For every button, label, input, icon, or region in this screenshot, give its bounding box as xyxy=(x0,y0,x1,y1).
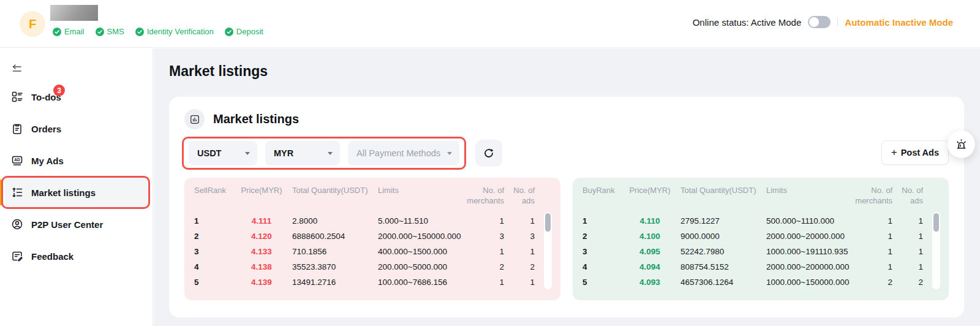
sidebar-item-label: P2P User Center xyxy=(31,219,103,230)
annotation-filter-box: USDT MYR All Payment Methods xyxy=(182,137,466,170)
cell: 1 xyxy=(194,216,231,226)
orders-icon xyxy=(11,123,23,135)
cell: 1 xyxy=(853,216,892,226)
cell: 5 xyxy=(582,278,619,287)
sidebar-item-p2p-user-center[interactable]: P2P User Center xyxy=(5,208,148,240)
cell: 200.000~5000.000 xyxy=(378,262,465,271)
cell: 1 xyxy=(504,216,535,226)
sidebar-item-orders[interactable]: Orders xyxy=(5,113,148,145)
badge-deposit: Deposit xyxy=(225,27,263,36)
cell: 500.000~1110.000 xyxy=(766,216,853,226)
sidebar-item-label: Feedback xyxy=(31,251,74,262)
buy-table-panel: BuyRankPrice(MYR)Total Quantity(USDT)Lim… xyxy=(573,178,949,300)
cell: 4 xyxy=(194,262,231,271)
post-ads-button[interactable]: + Post Ads xyxy=(881,140,949,165)
cell: 1 xyxy=(504,247,535,256)
sidebar-item-label: Orders xyxy=(31,124,61,134)
todos-count-badge: 3 xyxy=(53,85,65,96)
payment-method-select[interactable]: All Payment Methods xyxy=(348,141,459,165)
alert-fab[interactable] xyxy=(948,131,975,158)
cell: 9000.0000 xyxy=(680,232,766,241)
price-cell: 4.111 xyxy=(231,216,292,226)
cell: 2 xyxy=(892,278,923,287)
table-row: 14.1102795.1227500.000~1110.00011 xyxy=(582,213,939,229)
table-row: 44.094808754.51522000.000~200000.00011 xyxy=(582,259,939,275)
badge-label: Email xyxy=(64,27,85,36)
cell: 2.8000 xyxy=(292,216,378,226)
sell-table-panel: SellRankPrice(MYR)Total Quantity(USDT)Li… xyxy=(184,178,560,300)
column-header: No. of ads xyxy=(504,185,535,206)
cell: 1 xyxy=(465,247,504,256)
table-row: 44.13835523.3870200.000~5000.00022 xyxy=(194,259,551,275)
plus-icon: + xyxy=(891,146,897,159)
my-ads-icon: AD xyxy=(11,154,23,167)
buy-table-scrollbar xyxy=(932,212,940,289)
cell: 1 xyxy=(465,278,504,287)
cell: 1000.000~191110.935 xyxy=(766,247,853,256)
sidebar-item-market-listings[interactable]: Market listings xyxy=(5,176,148,208)
column-header: Limits xyxy=(378,185,465,195)
chevron-down-icon xyxy=(447,152,452,155)
sidebar-menu: To-dos 3 Orders AD My Ads xyxy=(5,81,148,272)
card-header: Market listings xyxy=(184,109,949,129)
table-row: 14.1112.80005.000~11.51011 xyxy=(194,213,551,229)
collapse-sidebar-icon[interactable] xyxy=(10,63,23,75)
buy-table-header: BuyRankPrice(MYR)Total Quantity(USDT)Lim… xyxy=(582,185,939,210)
cell: 1 xyxy=(892,262,923,271)
coin-select-value: USDT xyxy=(197,148,221,158)
column-header: Price(MYR) xyxy=(231,185,292,195)
automatic-inactive-mode-link[interactable]: Automatic Inactive Mode xyxy=(845,17,953,28)
online-status-toggle[interactable] xyxy=(808,16,831,28)
cell: 2 xyxy=(194,232,231,241)
chevron-down-icon xyxy=(245,152,250,155)
refresh-button[interactable] xyxy=(475,140,502,167)
price-cell: 4.138 xyxy=(231,262,292,271)
cell: 1 xyxy=(853,247,892,256)
active-indicator-bar xyxy=(0,180,3,205)
cell: 1 xyxy=(853,232,892,241)
page-title: Market listings xyxy=(169,63,268,80)
scrollbar-thumb[interactable] xyxy=(933,213,939,232)
cell: 2000.000~200000.000 xyxy=(766,262,853,271)
scrollbar-thumb[interactable] xyxy=(545,213,551,232)
cell: 4657306.1264 xyxy=(680,278,766,287)
avatar[interactable]: F xyxy=(20,11,45,37)
fiat-select[interactable]: MYR xyxy=(265,141,340,165)
cell: 2 xyxy=(853,278,892,287)
market-listings-icon xyxy=(11,186,23,199)
siren-icon xyxy=(954,137,968,151)
column-header: Limits xyxy=(766,185,853,195)
sidebar-item-label: My Ads xyxy=(31,156,64,166)
svg-text:AD: AD xyxy=(14,157,20,162)
order-book-tables: SellRankPrice(MYR)Total Quantity(USDT)Li… xyxy=(184,178,949,300)
chart-icon xyxy=(184,109,205,129)
check-icon xyxy=(96,28,104,36)
cell: 5 xyxy=(194,278,231,287)
market-listings-card: Market listings USDT MYR All Payment Met… xyxy=(169,97,964,317)
cell: 5.000~11.510 xyxy=(378,216,465,226)
main-content: Market listings Market listings USDT MYR xyxy=(154,48,980,326)
check-icon xyxy=(225,28,233,36)
cell: 1 xyxy=(582,216,619,226)
cell: 35523.3870 xyxy=(292,262,378,271)
todos-icon xyxy=(11,91,23,103)
cell: 400.000~1500.000 xyxy=(378,247,465,256)
card-title: Market listings xyxy=(213,112,299,126)
chevron-down-icon xyxy=(328,152,333,155)
verification-badges: Email SMS Identity Verification Deposit xyxy=(53,27,263,36)
toggle-knob xyxy=(809,17,819,27)
price-cell: 4.133 xyxy=(231,247,292,256)
buy-table-body: 14.1102795.1227500.000~1110.0001124.1009… xyxy=(582,213,939,290)
cell: 2 xyxy=(504,262,535,271)
table-row: 54.13913491.2716100.000~7686.15611 xyxy=(194,275,551,290)
sell-table-header: SellRankPrice(MYR)Total Quantity(USDT)Li… xyxy=(194,185,551,210)
sidebar-item-todos[interactable]: To-dos 3 xyxy=(5,81,148,113)
sidebar: To-dos 3 Orders AD My Ads xyxy=(0,48,153,326)
coin-select[interactable]: USDT xyxy=(189,141,257,165)
badge-identity-verification: Identity Verification xyxy=(135,27,214,36)
cell: 52242.7980 xyxy=(680,247,766,256)
sidebar-item-my-ads[interactable]: AD My Ads xyxy=(5,145,148,176)
sidebar-item-feedback[interactable]: Feedback xyxy=(5,240,148,272)
cell: 6888600.2504 xyxy=(292,232,378,241)
price-cell: 4.095 xyxy=(619,247,680,256)
